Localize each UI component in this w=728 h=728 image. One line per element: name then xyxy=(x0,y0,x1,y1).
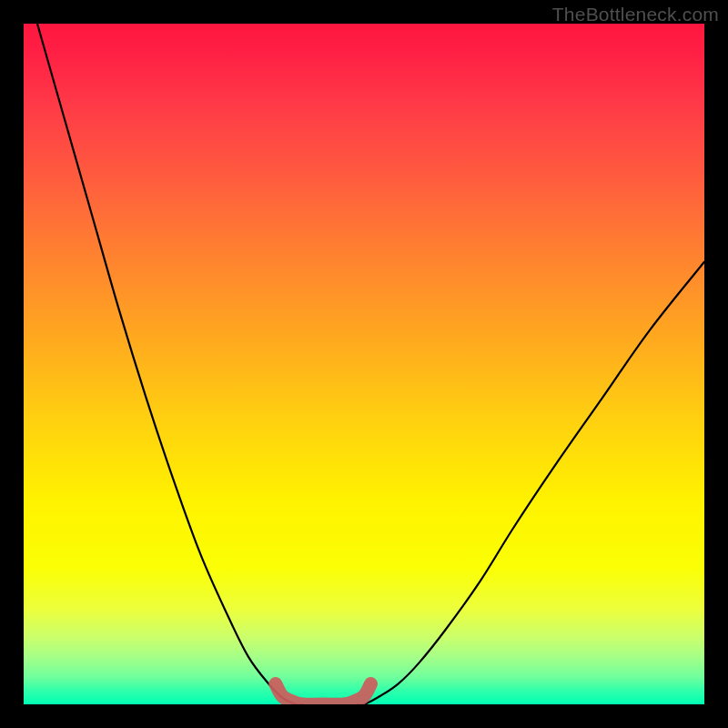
left-curve-path xyxy=(37,24,303,704)
left-curve xyxy=(37,24,303,704)
valley-highlight xyxy=(276,684,371,704)
plot-area xyxy=(24,24,704,704)
chart-frame: TheBottleneck.com xyxy=(0,0,728,728)
valley-highlight-path xyxy=(276,684,371,704)
right-curve-path xyxy=(358,262,704,704)
right-curve xyxy=(358,262,704,704)
curve-layer xyxy=(24,24,704,704)
watermark-text: TheBottleneck.com xyxy=(552,4,719,25)
